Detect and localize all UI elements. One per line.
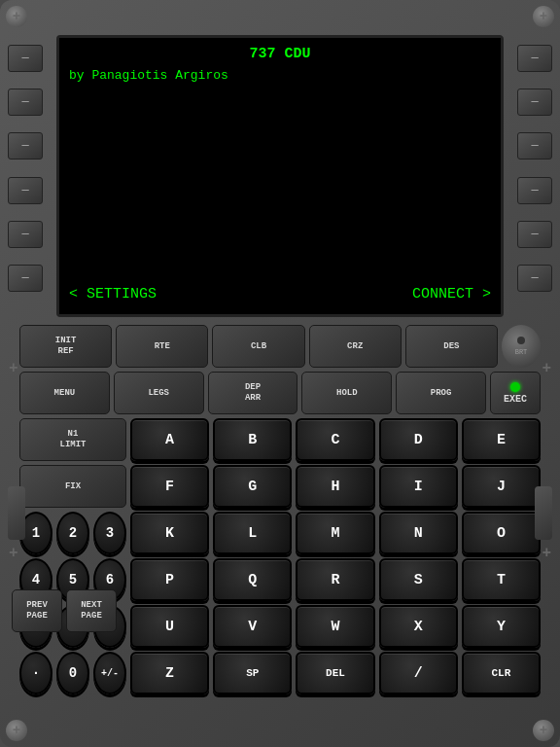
plus-right-bottom: + <box>542 545 551 562</box>
keyboard-area: INITREF RTE CLB CRZ DES BRT MENU LEGS DE… <box>19 325 541 694</box>
lsk-l4[interactable] <box>8 177 43 204</box>
btn-clb[interactable]: CLB <box>212 325 304 368</box>
btn-crz[interactable]: CRZ <box>309 325 402 368</box>
func-row-2: MENU LEGS DEPARR HOLD PROG EXEC <box>19 372 541 414</box>
key-dot[interactable]: · <box>19 652 52 694</box>
mid-row-1: N1LIMIT FIX A B C D E F G H I J <box>19 418 541 508</box>
lsk-l2[interactable] <box>8 89 43 116</box>
screw-tr <box>533 6 554 27</box>
cdu-body: 737 CDU by Panagiotis Argiros < SETTINGS… <box>0 0 560 747</box>
exec-light <box>517 337 525 344</box>
btn-prog[interactable]: PROG <box>396 372 486 414</box>
lsk-left-group <box>8 27 43 309</box>
btn-n1-limit[interactable]: N1LIMIT <box>19 418 126 461</box>
btn-legs[interactable]: LEGS <box>114 372 204 414</box>
key-P[interactable]: P <box>130 558 209 601</box>
screen-container: 737 CDU by Panagiotis Argiros < SETTINGS… <box>56 35 504 317</box>
key-K[interactable]: K <box>130 512 209 554</box>
lsk-l6[interactable] <box>8 265 43 292</box>
lsk-r5[interactable] <box>517 221 552 248</box>
brt-label: BRT <box>515 348 528 356</box>
exec-light-active <box>510 382 520 392</box>
key-V[interactable]: V <box>213 605 292 648</box>
key-S[interactable]: S <box>379 558 458 601</box>
key-2[interactable]: 2 <box>56 512 89 554</box>
key-Y[interactable]: Y <box>462 605 541 648</box>
lsk-l1[interactable] <box>8 45 43 72</box>
key-E[interactable]: E <box>462 418 541 461</box>
connect-label[interactable]: CONNECT > <box>412 286 491 302</box>
lsk-r4[interactable] <box>517 177 552 204</box>
slider-right[interactable] <box>535 486 552 540</box>
key-0[interactable]: 0 <box>56 652 89 694</box>
alpha-grid-1: A B C D E F G H I J <box>130 418 541 508</box>
key-Z[interactable]: Z <box>130 652 209 694</box>
key-D[interactable]: D <box>379 418 458 461</box>
slider-left[interactable] <box>8 486 25 540</box>
btn-fix[interactable]: FIX <box>19 465 126 508</box>
lsk-l5[interactable] <box>8 221 43 248</box>
plus-right-top: + <box>542 360 551 377</box>
lsk-r3[interactable] <box>517 132 552 160</box>
key-U[interactable]: U <box>130 605 209 648</box>
btn-exec[interactable]: EXEC <box>490 372 541 414</box>
key-G[interactable]: G <box>213 465 292 508</box>
settings-label[interactable]: < SETTINGS <box>69 286 157 302</box>
key-N[interactable]: N <box>379 512 458 554</box>
key-H[interactable]: H <box>296 465 374 508</box>
key-T[interactable]: T <box>462 558 541 601</box>
screw-tl <box>6 6 27 27</box>
key-Q[interactable]: Q <box>213 558 292 601</box>
key-plusminus[interactable]: +/- <box>93 652 126 694</box>
screw-bl <box>6 720 27 741</box>
btn-rte[interactable]: RTE <box>116 325 208 368</box>
screen-title: 737 CDU <box>69 46 491 62</box>
key-C[interactable]: C <box>296 418 374 461</box>
key-M[interactable]: M <box>296 512 374 554</box>
screw-br <box>533 720 554 741</box>
key-slash[interactable]: / <box>379 652 458 694</box>
key-I[interactable]: I <box>379 465 458 508</box>
lsk-r2[interactable] <box>517 89 552 116</box>
key-W[interactable]: W <box>296 605 374 648</box>
key-CLR[interactable]: CLR <box>462 652 541 694</box>
func-row-1: INITREF RTE CLB CRZ DES BRT <box>19 325 541 368</box>
plus-left-top: + <box>9 360 18 377</box>
btn-des[interactable]: DES <box>405 325 498 368</box>
exec-label: EXEC <box>504 394 527 405</box>
btn-dep-arr[interactable]: DEPARR <box>208 372 298 414</box>
lsk-l3[interactable] <box>8 132 43 160</box>
alpha-grid-2: K L M N O P Q R S T U V W X Y Z SP DEL /… <box>130 512 541 694</box>
screen-subtitle: by Panagiotis Argiros <box>69 68 491 83</box>
btn-hold[interactable]: HOLD <box>301 372 392 414</box>
left-func-col-1: N1LIMIT FIX <box>19 418 126 508</box>
key-DEL[interactable]: DEL <box>296 652 374 694</box>
key-3[interactable]: 3 <box>93 512 126 554</box>
lsk-r6[interactable] <box>517 265 552 292</box>
key-SP[interactable]: SP <box>213 652 292 694</box>
key-R[interactable]: R <box>296 558 374 601</box>
key-A[interactable]: A <box>130 418 209 461</box>
key-L[interactable]: L <box>213 512 292 554</box>
lsk-r1[interactable] <box>517 45 552 72</box>
btn-prev-page[interactable]: PREVPAGE <box>12 589 62 632</box>
key-J[interactable]: J <box>462 465 541 508</box>
btn-init-ref[interactable]: INITREF <box>19 325 112 368</box>
key-X[interactable]: X <box>379 605 458 648</box>
screen: 737 CDU by Panagiotis Argiros < SETTINGS… <box>59 38 501 314</box>
page-btn-row: PREVPAGE NEXTPAGE <box>12 589 117 632</box>
btn-next-page[interactable]: NEXTPAGE <box>66 589 117 632</box>
key-F[interactable]: F <box>130 465 209 508</box>
key-O[interactable]: O <box>462 512 541 554</box>
lsk-right-group <box>517 27 552 309</box>
key-B[interactable]: B <box>213 418 292 461</box>
plus-left-bottom: + <box>9 545 18 562</box>
screen-bottom-row: < SETTINGS CONNECT > <box>69 282 491 306</box>
btn-menu[interactable]: MENU <box>19 372 110 414</box>
brt-knob[interactable]: BRT <box>502 325 541 368</box>
